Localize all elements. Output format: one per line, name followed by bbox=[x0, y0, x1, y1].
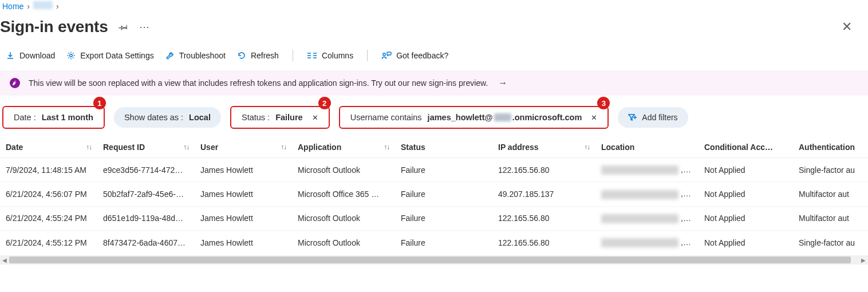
breadcrumb-home[interactable]: Home bbox=[2, 2, 23, 11]
breadcrumb: Home › › bbox=[0, 0, 868, 14]
cell-auth: Multifactor aut bbox=[793, 206, 868, 230]
cell-request-id: e9ce3d56-7714-472… bbox=[97, 158, 195, 182]
breadcrumb-sep: › bbox=[56, 2, 59, 11]
table-row[interactable]: 6/21/2024, 4:55:12 PM 8f473472-6ada-4607… bbox=[0, 230, 868, 254]
cell-conditional: Not Applied bbox=[699, 182, 793, 206]
add-filter-button[interactable]: Add filters bbox=[618, 107, 688, 128]
filter-bar: Date : Last 1 month 1 Show dates as : Lo… bbox=[0, 106, 868, 137]
redacted-text bbox=[601, 214, 678, 223]
sort-icon[interactable]: ↑↓ bbox=[584, 143, 590, 151]
scroll-right-icon[interactable]: ▶ bbox=[859, 255, 868, 265]
filter-username[interactable]: Username contains james_howlett@.onmicro… bbox=[339, 106, 609, 129]
breadcrumb-sep: › bbox=[27, 2, 30, 11]
toolbar-divider bbox=[367, 50, 368, 61]
person-feedback-icon bbox=[381, 51, 392, 60]
col-date[interactable]: Date↑↓ bbox=[0, 137, 97, 158]
cell-date: 6/21/2024, 4:56:07 PM bbox=[0, 182, 97, 206]
feedback-label: Got feedback? bbox=[396, 51, 448, 60]
command-bar: Download Export Data Settings Troublesho… bbox=[0, 46, 868, 70]
cell-auth: Multifactor aut bbox=[793, 182, 868, 206]
filter-status-label: Status : bbox=[242, 113, 270, 122]
banner-text: This view will be soon replaced with a v… bbox=[29, 78, 488, 88]
cell-date: 7/9/2024, 11:48:15 AM bbox=[0, 158, 97, 182]
filter-date[interactable]: Date : Last 1 month 1 bbox=[2, 106, 105, 129]
more-icon[interactable]: ⋯ bbox=[139, 21, 149, 33]
svg-rect-2 bbox=[387, 52, 391, 55]
svg-point-1 bbox=[383, 53, 385, 56]
filter-add-icon bbox=[628, 113, 637, 121]
download-button[interactable]: Download bbox=[6, 51, 55, 60]
col-location[interactable]: Location bbox=[595, 137, 699, 158]
cell-date: 6/21/2024, 4:55:12 PM bbox=[0, 230, 97, 254]
horizontal-scrollbar[interactable]: ◀ ▶ bbox=[0, 255, 868, 265]
scroll-left-icon[interactable]: ◀ bbox=[0, 255, 9, 265]
cell-conditional: Not Applied bbox=[699, 158, 793, 182]
col-auth[interactable]: Authentication bbox=[793, 137, 868, 158]
cell-conditional: Not Applied bbox=[699, 230, 793, 254]
pin-icon[interactable] bbox=[119, 22, 129, 32]
sort-icon[interactable]: ↑↓ bbox=[281, 143, 286, 151]
col-user[interactable]: User↑↓ bbox=[195, 137, 292, 158]
table-row[interactable]: 6/21/2024, 4:55:24 PM d651e1d9-119a-48d…… bbox=[0, 206, 868, 230]
sort-icon[interactable]: ↑↓ bbox=[86, 143, 92, 151]
close-icon[interactable]: ✕ bbox=[842, 19, 852, 34]
troubleshoot-button[interactable]: Troubleshoot bbox=[165, 51, 226, 60]
filter-showdates-label: Show dates as : bbox=[124, 113, 183, 122]
columns-button[interactable]: Columns bbox=[307, 51, 353, 60]
cell-ip: 122.165.56.80 bbox=[492, 206, 595, 230]
filter-username-value: james_howlett@.onmicrosoft.com bbox=[428, 113, 582, 122]
troubleshoot-label: Troubleshoot bbox=[179, 51, 226, 60]
cell-ip: 122.165.56.80 bbox=[492, 230, 595, 254]
cell-auth: Single-factor au bbox=[793, 158, 868, 182]
page-header: Sign-in events ⋯ ✕ bbox=[0, 14, 868, 46]
results-table-wrap: Date↑↓ Request ID↑↓ User↑↓ Application↑↓… bbox=[0, 137, 868, 254]
cell-user: James Howlett bbox=[195, 230, 292, 254]
arrow-right-icon[interactable]: → bbox=[498, 78, 507, 88]
cell-status: Failure bbox=[395, 182, 492, 206]
wrench-icon bbox=[165, 51, 175, 60]
download-icon bbox=[6, 51, 15, 60]
filter-status-value: Failure bbox=[275, 113, 303, 122]
col-request-id[interactable]: Request ID↑↓ bbox=[97, 137, 195, 158]
gear-icon bbox=[66, 51, 76, 60]
cell-application: Microsoft Office 365 … bbox=[292, 182, 395, 206]
redacted-text bbox=[601, 165, 678, 175]
cell-date: 6/21/2024, 4:55:24 PM bbox=[0, 206, 97, 230]
scrollbar-thumb[interactable] bbox=[9, 257, 851, 263]
table-row[interactable]: 6/21/2024, 4:56:07 PM 50b2faf7-2af9-45e6… bbox=[0, 182, 868, 206]
annotation-badge-3: 3 bbox=[597, 97, 610, 109]
feedback-button[interactable]: Got feedback? bbox=[381, 51, 448, 60]
columns-icon bbox=[307, 52, 317, 60]
table-header-row: Date↑↓ Request ID↑↓ User↑↓ Application↑↓… bbox=[0, 137, 868, 158]
annotation-badge-2: 2 bbox=[318, 97, 331, 109]
refresh-button[interactable]: Refresh bbox=[237, 51, 279, 60]
cell-location: ,… bbox=[595, 182, 699, 206]
cell-application: Microsoft Outlook bbox=[292, 230, 395, 254]
download-label: Download bbox=[19, 51, 55, 60]
info-banner[interactable]: This view will be soon replaced with a v… bbox=[0, 70, 868, 96]
remove-filter-icon[interactable]: ✕ bbox=[309, 113, 318, 122]
col-conditional[interactable]: Conditional Acc… bbox=[699, 137, 793, 158]
export-button[interactable]: Export Data Settings bbox=[66, 51, 153, 60]
col-status[interactable]: Status bbox=[395, 137, 492, 158]
cell-ip: 122.165.56.80 bbox=[492, 158, 595, 182]
cell-user: James Howlett bbox=[195, 206, 292, 230]
redacted-text bbox=[494, 113, 511, 121]
cell-location: ,… bbox=[595, 230, 699, 254]
filter-username-label: Username contains bbox=[350, 113, 422, 122]
col-application[interactable]: Application↑↓ bbox=[292, 137, 395, 158]
col-ip[interactable]: IP address↑↓ bbox=[492, 137, 595, 158]
breadcrumb-tenant[interactable] bbox=[33, 1, 53, 11]
cell-location: ,… bbox=[595, 206, 699, 230]
sort-icon[interactable]: ↑↓ bbox=[384, 143, 389, 151]
annotation-badge-1: 1 bbox=[93, 97, 106, 109]
sort-icon[interactable]: ↑↓ bbox=[183, 143, 189, 151]
remove-filter-icon[interactable]: ✕ bbox=[587, 113, 597, 122]
cell-status: Failure bbox=[395, 158, 492, 182]
svg-point-0 bbox=[70, 54, 73, 57]
filter-date-value: Last 1 month bbox=[42, 113, 93, 122]
cell-user: James Howlett bbox=[195, 158, 292, 182]
filter-showdates[interactable]: Show dates as : Local bbox=[114, 107, 221, 128]
table-row[interactable]: 7/9/2024, 11:48:15 AM e9ce3d56-7714-472…… bbox=[0, 158, 868, 182]
filter-status[interactable]: Status : Failure ✕ 2 bbox=[230, 106, 330, 129]
